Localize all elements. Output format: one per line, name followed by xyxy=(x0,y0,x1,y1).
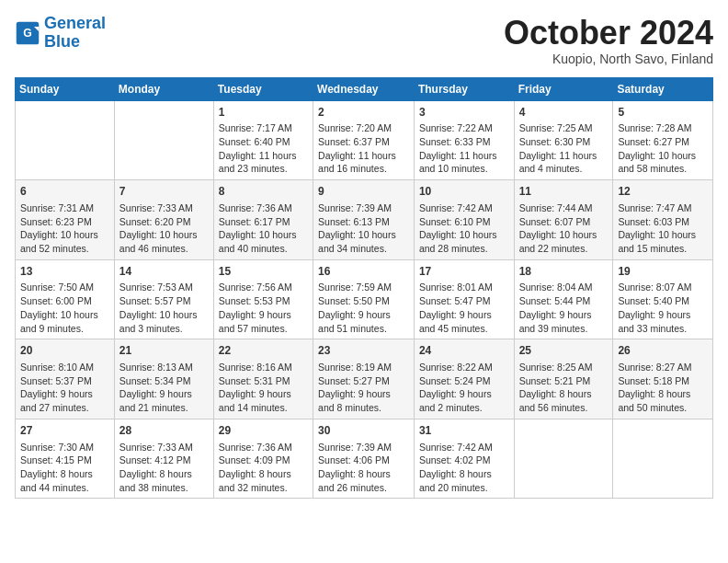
day-number: 8 xyxy=(219,184,308,200)
day-number: 30 xyxy=(318,423,409,439)
day-number: 13 xyxy=(20,264,109,280)
calendar-cell: 5Sunrise: 7:28 AMSunset: 6:27 PMDaylight… xyxy=(613,100,713,180)
calendar-cell: 31Sunrise: 7:42 AMSunset: 4:02 PMDayligh… xyxy=(414,419,514,499)
calendar-table: SundayMondayTuesdayWednesdayThursdayFrid… xyxy=(15,77,713,500)
day-number: 12 xyxy=(618,184,708,200)
day-number: 23 xyxy=(318,343,409,359)
calendar-cell: 27Sunrise: 7:30 AMSunset: 4:15 PMDayligh… xyxy=(16,419,115,499)
col-header-thursday: Thursday xyxy=(414,77,514,100)
col-header-saturday: Saturday xyxy=(613,77,713,100)
title-block: October 2024 Kuopio, North Savo, Finland xyxy=(504,15,713,66)
calendar-subtitle: Kuopio, North Savo, Finland xyxy=(504,52,713,66)
day-number: 4 xyxy=(519,105,609,121)
day-number: 18 xyxy=(519,264,609,280)
calendar-cell xyxy=(16,100,115,180)
day-number: 16 xyxy=(318,264,409,280)
day-number: 15 xyxy=(219,264,308,280)
col-header-wednesday: Wednesday xyxy=(313,77,415,100)
day-number: 22 xyxy=(219,343,308,359)
calendar-cell: 10Sunrise: 7:42 AMSunset: 6:10 PMDayligh… xyxy=(414,180,514,260)
calendar-cell: 3Sunrise: 7:22 AMSunset: 6:33 PMDaylight… xyxy=(414,100,514,180)
calendar-cell: 9Sunrise: 7:39 AMSunset: 6:13 PMDaylight… xyxy=(313,180,415,260)
calendar-cell: 16Sunrise: 7:59 AMSunset: 5:50 PMDayligh… xyxy=(313,259,415,339)
calendar-cell: 6Sunrise: 7:31 AMSunset: 6:23 PMDaylight… xyxy=(16,180,115,260)
day-number: 3 xyxy=(419,105,509,121)
calendar-title: October 2024 xyxy=(504,15,713,52)
day-number: 19 xyxy=(618,264,708,280)
day-number: 20 xyxy=(20,343,109,359)
svg-text:G: G xyxy=(23,26,32,39)
calendar-cell xyxy=(613,419,713,499)
col-header-sunday: Sunday xyxy=(16,77,115,100)
day-number: 1 xyxy=(219,105,308,121)
day-number: 24 xyxy=(419,343,509,359)
calendar-cell: 21Sunrise: 8:13 AMSunset: 5:34 PMDayligh… xyxy=(114,339,213,419)
calendar-cell: 2Sunrise: 7:20 AMSunset: 6:37 PMDaylight… xyxy=(313,100,415,180)
calendar-cell: 18Sunrise: 8:04 AMSunset: 5:44 PMDayligh… xyxy=(514,259,613,339)
day-number: 9 xyxy=(318,184,409,200)
day-number: 5 xyxy=(618,105,708,121)
day-number: 27 xyxy=(20,423,109,439)
calendar-cell: 20Sunrise: 8:10 AMSunset: 5:37 PMDayligh… xyxy=(16,339,115,419)
calendar-cell: 13Sunrise: 7:50 AMSunset: 6:00 PMDayligh… xyxy=(16,259,115,339)
calendar-cell: 26Sunrise: 8:27 AMSunset: 5:18 PMDayligh… xyxy=(613,339,713,419)
calendar-cell xyxy=(514,419,613,499)
day-number: 26 xyxy=(618,343,708,359)
day-number: 2 xyxy=(318,105,409,121)
col-header-monday: Monday xyxy=(114,77,213,100)
day-number: 25 xyxy=(519,343,609,359)
col-header-friday: Friday xyxy=(514,77,613,100)
calendar-cell: 29Sunrise: 7:36 AMSunset: 4:09 PMDayligh… xyxy=(213,419,313,499)
logo: G General Blue xyxy=(15,15,106,52)
calendar-cell: 4Sunrise: 7:25 AMSunset: 6:30 PMDaylight… xyxy=(514,100,613,180)
calendar-cell: 24Sunrise: 8:22 AMSunset: 5:24 PMDayligh… xyxy=(414,339,514,419)
calendar-cell: 25Sunrise: 8:25 AMSunset: 5:21 PMDayligh… xyxy=(514,339,613,419)
day-number: 7 xyxy=(119,184,209,200)
calendar-cell: 28Sunrise: 7:33 AMSunset: 4:12 PMDayligh… xyxy=(114,419,213,499)
day-number: 21 xyxy=(119,343,209,359)
calendar-cell: 11Sunrise: 7:44 AMSunset: 6:07 PMDayligh… xyxy=(514,180,613,260)
logo-icon: G xyxy=(15,20,40,46)
calendar-cell: 7Sunrise: 7:33 AMSunset: 6:20 PMDaylight… xyxy=(114,180,213,260)
calendar-cell: 8Sunrise: 7:36 AMSunset: 6:17 PMDaylight… xyxy=(213,180,313,260)
day-number: 10 xyxy=(419,184,509,200)
day-number: 6 xyxy=(20,184,109,200)
logo-text: General Blue xyxy=(44,15,106,52)
day-number: 28 xyxy=(119,423,209,439)
day-number: 11 xyxy=(519,184,609,200)
calendar-cell: 17Sunrise: 8:01 AMSunset: 5:47 PMDayligh… xyxy=(414,259,514,339)
day-number: 17 xyxy=(419,264,509,280)
col-header-tuesday: Tuesday xyxy=(213,77,313,100)
day-number: 29 xyxy=(219,423,308,439)
day-number: 31 xyxy=(419,423,509,439)
calendar-cell xyxy=(114,100,213,180)
calendar-cell: 1Sunrise: 7:17 AMSunset: 6:40 PMDaylight… xyxy=(213,100,313,180)
day-number: 14 xyxy=(119,264,209,280)
calendar-cell: 14Sunrise: 7:53 AMSunset: 5:57 PMDayligh… xyxy=(114,259,213,339)
calendar-cell: 22Sunrise: 8:16 AMSunset: 5:31 PMDayligh… xyxy=(213,339,313,419)
page-header: G General Blue October 2024 Kuopio, Nort… xyxy=(15,15,713,66)
calendar-cell: 15Sunrise: 7:56 AMSunset: 5:53 PMDayligh… xyxy=(213,259,313,339)
calendar-cell: 12Sunrise: 7:47 AMSunset: 6:03 PMDayligh… xyxy=(613,180,713,260)
calendar-cell: 30Sunrise: 7:39 AMSunset: 4:06 PMDayligh… xyxy=(313,419,415,499)
calendar-cell: 19Sunrise: 8:07 AMSunset: 5:40 PMDayligh… xyxy=(613,259,713,339)
calendar-cell: 23Sunrise: 8:19 AMSunset: 5:27 PMDayligh… xyxy=(313,339,415,419)
